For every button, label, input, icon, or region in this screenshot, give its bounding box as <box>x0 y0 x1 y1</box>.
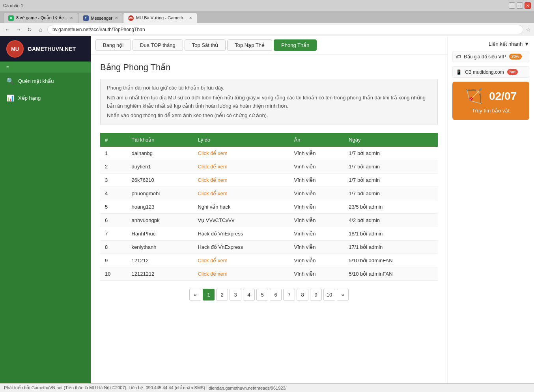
cell-reason[interactable]: Click để xem <box>193 160 289 174</box>
info-line-2: Nơi âm u nhất trên lục địa MU sự cô đơn … <box>107 94 431 110</box>
maximize-button[interactable]: □ <box>517 2 523 9</box>
tab-top-sat-thu[interactable]: Top Sát thủ <box>185 39 226 51</box>
logo-icon: MU <box>6 40 24 58</box>
reason-link[interactable]: Click để xem <box>198 190 227 196</box>
promo-icon: 🏹 <box>465 88 483 105</box>
table-row[interactable]: 9121212Click để xemVĩnh viễn5/10 bởi adm… <box>100 254 438 267</box>
quick-links-label: Liên kết nhanh <box>489 41 523 47</box>
reason-link[interactable]: Click để xem <box>198 150 227 156</box>
app-container: MU GAMETHUVN.NET ≡ 🔍 Quên mật khẩu 📊 Xếp… <box>0 36 534 383</box>
content-area: Bang hội Đua TOP tháng Top Sát thủ Top N… <box>91 36 447 383</box>
tab-bang-hoi[interactable]: Bang hội <box>95 39 131 51</box>
col-header-reason: Lý do <box>193 133 289 147</box>
page-3[interactable]: 3 <box>230 289 241 301</box>
page-10[interactable]: 10 <box>323 289 335 301</box>
table-row[interactable]: 5hoang123Nghi vấn hackVĩnh viễn23/5 bởi … <box>100 200 438 214</box>
page-6[interactable]: 6 <box>270 289 282 301</box>
cell-reason: Hack đồ VnExpress <box>193 227 289 241</box>
cell-reason[interactable]: Click để xem <box>193 147 289 160</box>
address-bar[interactable] <box>47 25 523 34</box>
cell-an: Vĩnh viễn <box>289 160 344 174</box>
sidebar-item-quen-mat-khau[interactable]: 🔍 Quên mật khẩu <box>0 73 91 90</box>
home-button[interactable]: ⌂ <box>36 25 45 34</box>
table-row[interactable]: 326k76210Click để xemVĩnh viễn1/7 bởi ad… <box>100 174 438 187</box>
tab-close-mu[interactable]: ✕ <box>189 16 192 20</box>
page-next[interactable]: » <box>337 289 349 301</box>
forward-button[interactable]: → <box>14 25 23 34</box>
cell-num: 7 <box>100 227 127 241</box>
tab-favicon-game: 8 <box>8 15 14 21</box>
page-7[interactable]: 7 <box>283 289 295 301</box>
cell-an: Vĩnh viễn <box>289 267 344 281</box>
sidebar-logo: MU GAMETHUVN.NET <box>0 36 91 62</box>
tab-label-game: 8 về game - Quản Lý Ác... <box>16 15 67 21</box>
sidebar-item-xep-hang[interactable]: 📊 Xếp hạng <box>0 90 91 106</box>
sidebar: MU GAMETHUVN.NET ≡ 🔍 Quên mật khẩu 📊 Xếp… <box>0 36 91 383</box>
cell-an: Vĩnh viễn <box>289 187 344 200</box>
table-row[interactable]: 6anhvuongpkVụ VVvCTCvVvVĩnh viễn4/2 bởi … <box>100 214 438 227</box>
cell-reason: Vụ VVvCTCvVv <box>193 214 289 227</box>
cell-num: 10 <box>100 267 127 281</box>
page-content: Bảng Phong Thần Phong thần đài nơi lưu g… <box>91 54 447 316</box>
cell-ngay: 5/10 bởi adminFAN <box>344 254 438 267</box>
tab-game[interactable]: 8 8 về game - Quản Lý Ác... ✕ <box>3 13 78 23</box>
tab-dua-top-thang[interactable]: Đua TOP tháng <box>133 39 183 51</box>
cell-account: 26k76210 <box>127 174 193 187</box>
quick-link-dau-gia[interactable]: 🏷 Đấu giá đồ siêu VIP 20% <box>452 51 529 62</box>
table-row[interactable]: 1012121212Click để xemVĩnh viễn5/10 bởi … <box>100 267 438 281</box>
quick-links-header[interactable]: Liên kết nhanh ▼ <box>452 41 529 47</box>
cell-ngay: 1/7 bởi admin <box>344 187 438 200</box>
tag-icon: 🏷 <box>456 54 461 60</box>
table-row[interactable]: 7HanhPhucHack đồ VnExpressVĩnh viễn18/1 … <box>100 227 438 241</box>
tab-top-nap-the[interactable]: Top Nạp Thẻ <box>227 39 272 51</box>
cell-reason[interactable]: Click để xem <box>193 267 289 281</box>
cell-ngay: 1/7 bởi admin <box>344 147 438 160</box>
promo-box[interactable]: 🏹 02/07 Truy tìm bảo vật <box>452 82 529 120</box>
table-row[interactable]: 1daihanbgClick để xemVĩnh viễn1/7 bởi ad… <box>100 147 438 160</box>
reason-link[interactable]: Click để xem <box>198 177 227 183</box>
page-prev[interactable]: « <box>189 289 201 301</box>
cell-ngay: 23/5 bởi admin <box>344 200 438 214</box>
minimize-button[interactable]: — <box>509 2 515 9</box>
cell-an: Vĩnh viễn <box>289 227 344 241</box>
tab-mu[interactable]: MU MU Bà Vương - Gameth... ✕ <box>123 13 197 23</box>
cell-ngay: 5/10 bởi adminFAN <box>344 267 438 281</box>
browser-tabs: 8 8 về game - Quản Lý Ác... ✕ f Messenge… <box>0 11 534 23</box>
page-9[interactable]: 9 <box>310 289 322 301</box>
badge-hot: hot <box>507 69 518 75</box>
sidebar-label-quen-mat-khau: Quên mật khẩu <box>18 78 54 84</box>
cell-account: phuongmobi <box>127 187 193 200</box>
table-row[interactable]: 4phuongmobiClick để xemVĩnh viễn1/7 bởi … <box>100 187 438 200</box>
bookmark-icon[interactable]: ☆ <box>526 26 531 33</box>
reason-link[interactable]: Click để xem <box>198 271 227 277</box>
reason-link[interactable]: Click để xem <box>198 258 227 263</box>
cell-reason[interactable]: Click để xem <box>193 187 289 200</box>
tab-close-game[interactable]: ✕ <box>70 16 73 20</box>
page-2[interactable]: 2 <box>216 289 228 301</box>
tab-messenger[interactable]: f Messenger ✕ <box>78 13 123 23</box>
cell-reason[interactable]: Click để xem <box>193 174 289 187</box>
tab-close-messenger[interactable]: ✕ <box>115 16 118 20</box>
cell-ngay: 17/1 bởi admin <box>344 241 438 254</box>
page-8[interactable]: 8 <box>297 289 308 301</box>
page-1[interactable]: 1 <box>203 289 215 301</box>
reason-link[interactable]: Click để xem <box>198 164 227 170</box>
cell-account: daihanbg <box>127 147 193 160</box>
page-4[interactable]: 4 <box>243 289 255 301</box>
status-text: Phát triển bởi GamethuVN.net (Tiền thân … <box>4 385 205 390</box>
cell-an: Vĩnh viễn <box>289 147 344 160</box>
page-5[interactable]: 5 <box>256 289 268 301</box>
cell-reason[interactable]: Click để xem <box>193 254 289 267</box>
sidebar-toggle[interactable]: ≡ <box>0 62 91 73</box>
chevron-down-icon: ▼ <box>524 41 529 47</box>
tab-phong-than[interactable]: Phong Thần <box>274 39 317 51</box>
back-button[interactable]: ← <box>3 25 12 34</box>
table-row[interactable]: 2duytien1Click để xemVĩnh viễn1/7 bởi ad… <box>100 160 438 174</box>
close-button[interactable]: ✕ <box>525 2 531 9</box>
cell-ngay: 18/1 bởi admin <box>344 227 438 241</box>
refresh-button[interactable]: ↻ <box>25 25 34 34</box>
quick-link-cb-mudidong[interactable]: 📱 CB mudidong.com hot <box>452 66 529 78</box>
table-row[interactable]: 8kenlythanhHack đồ VnExpressVĩnh viễn17/… <box>100 241 438 254</box>
right-sidebar: Liên kết nhanh ▼ 🏷 Đấu giá đồ siêu VIP 2… <box>447 36 534 383</box>
cell-account: 12121212 <box>127 267 193 281</box>
